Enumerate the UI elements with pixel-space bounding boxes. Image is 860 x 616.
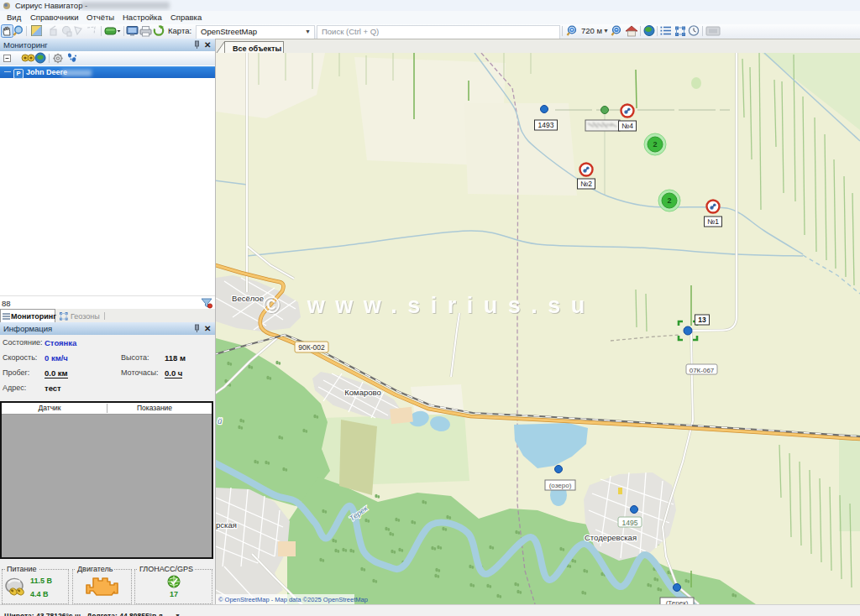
svg-text:13: 13 <box>698 316 706 324</box>
svg-text:й: й <box>218 416 223 425</box>
svg-text:1495: 1495 <box>622 519 638 527</box>
svg-text:№1: №1 <box>707 217 719 226</box>
svg-text:№4: №4 <box>621 122 633 130</box>
svg-text:Весёлое: Весёлое <box>232 294 264 303</box>
svg-text:90К-002: 90К-002 <box>298 343 325 352</box>
svg-text:2: 2 <box>667 196 671 205</box>
svg-text:Комарово: Комарово <box>344 388 380 397</box>
svg-text:рская: рская <box>216 520 237 530</box>
svg-text:07К-067: 07К-067 <box>690 367 715 374</box>
svg-text:(озеро): (озеро) <box>549 482 572 489</box>
svg-text:1493: 1493 <box>538 121 554 129</box>
svg-text:2: 2 <box>653 140 657 149</box>
svg-text:№2: №2 <box>580 180 592 188</box>
svg-text:Стодеревская: Стодеревская <box>585 533 637 542</box>
svg-text:© www.sirius.su: © www.sirius.su <box>263 293 595 318</box>
svg-text:© OpenStreetMap - Map data ©20: © OpenStreetMap - Map data ©2025 OpenStr… <box>218 596 368 603</box>
